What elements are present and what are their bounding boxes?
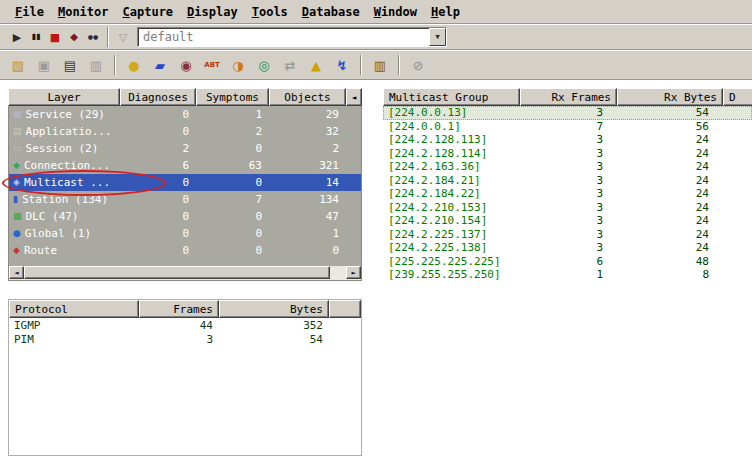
capture-filter-button[interactable]: ◆ <box>65 27 83 47</box>
tree-row-value: 0 <box>197 142 270 155</box>
tree-row-applicatio[interactable]: ▤Applicatio...0232 <box>9 123 361 140</box>
multicast-group-row[interactable]: [224.2.210.153]324 <box>383 201 752 215</box>
tree-row-dlc-47[interactable]: ▦DLC (47)0047 <box>9 208 361 225</box>
tree-row-session-2[interactable]: ▭Session (2)202 <box>9 140 361 157</box>
multicast-group-row[interactable]: [224.2.210.154]324 <box>383 214 752 228</box>
stop-capture-button[interactable]: ■ <box>46 27 64 47</box>
arrow-left-icon: ◄ <box>14 269 18 277</box>
print-button[interactable]: ▤ <box>58 53 82 77</box>
menu-item-window[interactable]: Window <box>367 2 424 22</box>
column-header-rx-bytes[interactable]: Rx Bytes <box>617 88 723 106</box>
multicast-group-row[interactable]: [224.0.0.13]354 <box>383 106 752 120</box>
menu-item-monitor[interactable]: Monitor <box>51 2 116 22</box>
multicast-group-row-cell: [224.2.184.22] <box>383 187 520 200</box>
multicast-group-row-cell: 3 <box>520 201 617 214</box>
station-icon: ▮ <box>13 195 18 204</box>
filter-flash-button[interactable]: ↯ <box>330 53 354 77</box>
filter-flash-icon: ↯ <box>337 59 348 72</box>
menu-item-file[interactable]: File <box>8 2 51 22</box>
print-preview-button: ▥ <box>84 53 108 77</box>
multicast-group-row-cell: 24 <box>617 201 723 214</box>
column-header-multicast-group[interactable]: Multicast Group <box>383 88 520 106</box>
column-header-diagnoses[interactable]: Diagnoses <box>120 88 196 106</box>
tree-row-name-cell: ◆Route <box>9 244 121 257</box>
tree-row-route[interactable]: ◆Route000 <box>9 242 361 259</box>
packet-buffer-button[interactable]: ● <box>122 53 146 77</box>
multicast-group-row-cell: [224.2.210.153] <box>383 201 520 214</box>
pie-chart-button[interactable]: ◑ <box>226 53 250 77</box>
scrollbar-track[interactable] <box>330 266 346 280</box>
column-header-rx-frames[interactable]: Rx Frames <box>520 88 617 106</box>
tree-row-station-134[interactable]: ▮Station (134)07134 <box>9 191 361 208</box>
column-header-objects[interactable]: Objects <box>269 88 346 106</box>
tree-row-value: 29 <box>270 108 347 121</box>
main-toolbar: ▨▣▤▥●▰◉ABT◑◎⇄▲↯▥⊘ <box>0 50 752 80</box>
gauge-icon: ◉ <box>180 59 191 72</box>
multicast-group-row[interactable]: [224.2.184.22]324 <box>383 187 752 201</box>
multicast-group-row[interactable]: [224.2.163.36]324 <box>383 160 752 174</box>
multicast-group-row[interactable]: [224.2.225.138]324 <box>383 241 752 255</box>
protocol-row[interactable]: IGMP44352 <box>9 318 361 332</box>
tree-row-global-1[interactable]: ●Global (1)001 <box>9 225 361 242</box>
start-capture-icon: ▶ <box>13 32 21 43</box>
column-header-d[interactable]: D <box>723 88 752 106</box>
content-area: LayerDiagnosesSymptomsObjects◄ ▦Service … <box>0 80 752 456</box>
open-file-button[interactable]: ▨ <box>6 53 30 77</box>
tree-row-multicast[interactable]: ◈Multicast ...0014 <box>9 174 361 191</box>
multicast-group-row[interactable]: [225.225.225.225]648 <box>383 255 752 269</box>
tree-row-name-cell: ▮Station (134) <box>9 193 121 206</box>
column-header-filler <box>329 300 361 318</box>
tree-row-name-cell: ▭Session (2) <box>9 142 121 155</box>
scrollbar-left-arrow[interactable]: ◄ <box>9 266 24 279</box>
toolbar-separator <box>114 55 116 75</box>
find-button[interactable]: ●● <box>84 27 102 47</box>
multicast-group-row[interactable]: [224.2.184.21]324 <box>383 174 752 188</box>
menu-item-help[interactable]: Help <box>424 2 467 22</box>
multicast-group-row[interactable]: [224.2.128.113]324 <box>383 133 752 147</box>
adapter-combo[interactable]: default ▼ <box>137 27 447 47</box>
multicast-group-row-cell: 3 <box>520 160 617 173</box>
graph-button[interactable]: ▰ <box>148 53 172 77</box>
multicast-group-row[interactable]: [224.2.128.114]324 <box>383 147 752 161</box>
adapter-combo-dropdown-button[interactable]: ▼ <box>429 28 446 46</box>
gauge-button[interactable]: ◉ <box>174 53 198 77</box>
multicast-group-row[interactable]: [239.255.255.250]18 <box>383 268 752 282</box>
toolbar-separator <box>398 55 400 75</box>
menu-item-capture[interactable]: Capture <box>116 2 181 22</box>
scroll-columns-left-button[interactable]: ◄ <box>346 88 362 106</box>
column-header-protocol[interactable]: Protocol <box>9 300 139 318</box>
column-header-symptoms[interactable]: Symptoms <box>196 88 269 106</box>
tree-row-value: 0 <box>121 108 197 121</box>
abt-button[interactable]: ABT <box>200 53 224 77</box>
protocol-row-cell: 3 <box>139 333 219 346</box>
protocol-row[interactable]: PIM354 <box>9 332 361 346</box>
menu-item-database[interactable]: Database <box>295 2 367 22</box>
tree-row-name-cell: ▦Service (29) <box>9 108 121 121</box>
multicast-group-row-cell: [239.255.255.250] <box>383 268 520 281</box>
matrix-button[interactable]: ◎ <box>252 53 276 77</box>
multicast-group-row[interactable]: [224.0.0.1]756 <box>383 120 752 134</box>
alarm-button[interactable]: ▲ <box>304 53 328 77</box>
scrollbar-right-arrow[interactable]: ► <box>346 266 361 279</box>
column-header-layer[interactable]: Layer <box>8 88 120 106</box>
menu-item-tools[interactable]: Tools <box>245 2 295 22</box>
tree-row-value: 0 <box>197 176 270 189</box>
pause-capture-button[interactable]: ▮▮ <box>27 27 45 47</box>
scrollbar-thumb[interactable] <box>24 266 330 279</box>
connection-icon: ◆ <box>13 161 20 170</box>
layer-panel-hscrollbar[interactable]: ◄ ► <box>8 266 362 281</box>
tree-row-label: Connection... <box>24 159 110 172</box>
column-header-bytes[interactable]: Bytes <box>219 300 329 318</box>
tree-row-service-29[interactable]: ▦Service (29)0129 <box>9 106 361 123</box>
log-button[interactable]: ▥ <box>368 53 392 77</box>
start-capture-button[interactable]: ▶ <box>8 27 26 47</box>
multicast-group-row[interactable]: [224.2.225.137]324 <box>383 228 752 242</box>
menu-bar: FileMonitorCaptureDisplayToolsDatabaseWi… <box>0 0 752 24</box>
column-header-frames[interactable]: Frames <box>139 300 219 318</box>
tree-row-connection[interactable]: ◆Connection...663321 <box>9 157 361 174</box>
tree-row-name-cell: ●Global (1) <box>9 227 121 240</box>
protocol-table-body: IGMP44352PIM354 <box>9 318 361 346</box>
multicast-group-row-cell: [224.2.225.138] <box>383 241 520 254</box>
print-icon: ▤ <box>64 59 76 72</box>
menu-item-display[interactable]: Display <box>180 2 245 22</box>
